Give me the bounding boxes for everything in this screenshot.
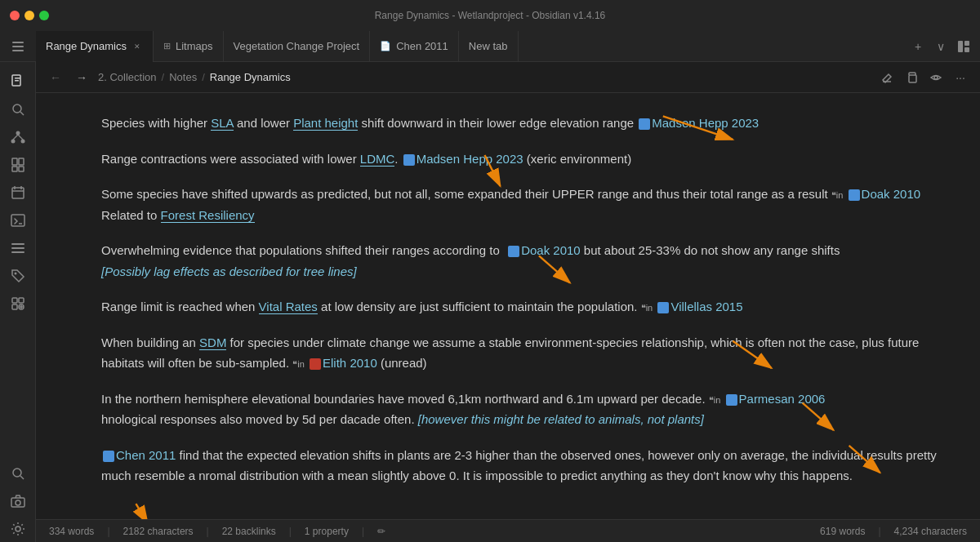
status-word-count2: 619 words bbox=[820, 526, 865, 537]
tab-vegetation-change[interactable]: Vegetation Change Project bbox=[224, 31, 371, 62]
ref-icon-madsen2 bbox=[403, 154, 415, 166]
tab-chen-2011[interactable]: 📄 Chen 2011 bbox=[370, 31, 459, 62]
sidebar-item-terminal[interactable] bbox=[5, 207, 31, 233]
paragraph-2: Range contractions were associated with … bbox=[101, 149, 947, 170]
paragraph-5: Range limit is reached when Vital Rates … bbox=[101, 296, 947, 318]
svg-rect-17 bbox=[19, 158, 24, 165]
sidebar-item-bookmarks[interactable] bbox=[5, 152, 31, 178]
svg-rect-1 bbox=[12, 46, 24, 47]
breadcrumb-item-notes[interactable]: Notes bbox=[169, 71, 197, 83]
litmaps-icon: ⊞ bbox=[163, 41, 171, 51]
breadcrumb: 2. Collection / Notes / Range Dynamics bbox=[98, 71, 871, 83]
paragraph-1: Species with higher SLA and lower Plant … bbox=[101, 113, 947, 134]
minimize-button[interactable] bbox=[24, 11, 34, 20]
tab-litmaps[interactable]: ⊞ Litmaps bbox=[154, 31, 224, 62]
ref-icon-doak1 bbox=[849, 189, 860, 201]
edit-button[interactable] bbox=[877, 68, 897, 87]
left-sidebar bbox=[0, 62, 36, 542]
status-bar: 334 words | 2182 characters | 22 backlin… bbox=[36, 519, 980, 542]
svg-rect-24 bbox=[11, 215, 24, 226]
svg-line-10 bbox=[20, 112, 24, 115]
status-backlinks[interactable]: 22 backlinks bbox=[222, 526, 276, 537]
link-chen-2011[interactable]: Chen 2011 bbox=[116, 448, 176, 462]
tab-label: Vegetation Change Project bbox=[234, 40, 360, 52]
status-property[interactable]: 1 property bbox=[305, 526, 349, 537]
svg-point-9 bbox=[13, 104, 21, 113]
sidebar-item-list[interactable] bbox=[5, 235, 31, 261]
svg-rect-30 bbox=[12, 298, 17, 303]
sidebar-item-calendar[interactable] bbox=[5, 180, 31, 206]
sidebar-item-search[interactable] bbox=[5, 96, 31, 122]
svg-point-29 bbox=[14, 273, 16, 275]
tab-label: New tab bbox=[469, 40, 508, 52]
close-button[interactable] bbox=[10, 11, 20, 20]
layout-button[interactable] bbox=[954, 37, 973, 56]
status-edit-icon[interactable]: ✏ bbox=[377, 526, 385, 537]
svg-point-36 bbox=[13, 469, 21, 477]
tab-bar: Range Dynamics ✕ ⊞ Litmaps Vegetation Ch… bbox=[0, 31, 980, 62]
main-layout: ← → 2. Collection / Notes / Range Dynami… bbox=[0, 62, 980, 542]
svg-rect-42 bbox=[909, 75, 916, 82]
tab-range-dynamics[interactable]: Range Dynamics ✕ bbox=[36, 31, 154, 62]
link-sdm[interactable]: SDM bbox=[199, 335, 226, 350]
breadcrumb-bar: ← → 2. Collection / Notes / Range Dynami… bbox=[36, 62, 980, 93]
sidebar-item-files[interactable] bbox=[5, 69, 31, 95]
sidebar-item-camera[interactable] bbox=[5, 488, 31, 514]
breadcrumb-item-collection[interactable]: 2. Collection bbox=[98, 71, 157, 83]
tab-actions: + ∨ bbox=[908, 37, 980, 56]
italic-animals: [however this might be related to animal… bbox=[418, 412, 704, 426]
note-area: Species with higher SLA and lower Plant … bbox=[36, 93, 980, 519]
svg-point-13 bbox=[20, 140, 24, 144]
forward-button[interactable]: → bbox=[72, 68, 91, 87]
sidebar-toggle-button[interactable] bbox=[0, 31, 36, 62]
more-options-button[interactable]: ··· bbox=[951, 68, 970, 87]
link-plant-height[interactable]: Plant height bbox=[293, 116, 358, 131]
link-ldmc[interactable]: LDMC bbox=[360, 152, 395, 167]
traffic-lights bbox=[10, 11, 49, 20]
sidebar-item-settings[interactable] bbox=[5, 516, 31, 542]
link-madsen-hepp-2023-1[interactable]: Madsen Hepp 2023 bbox=[652, 116, 759, 130]
link-doak-2010-1[interactable]: Doak 2010 bbox=[862, 187, 921, 201]
maximize-button[interactable] bbox=[39, 11, 49, 20]
paragraph-8: Chen 2011 find that the expected elevati… bbox=[101, 445, 947, 486]
svg-line-15 bbox=[18, 135, 23, 140]
titlebar: Range Dynamics - Wetlandproject - Obsidi… bbox=[0, 0, 980, 31]
link-forest-resiliency[interactable]: Forest Resiliency bbox=[161, 208, 255, 223]
reading-view-button[interactable] bbox=[926, 68, 946, 87]
sidebar-item-tags[interactable] bbox=[5, 263, 31, 289]
ref-icon-chen bbox=[103, 451, 114, 462]
sidebar-item-graph[interactable] bbox=[5, 124, 31, 150]
svg-rect-2 bbox=[12, 50, 24, 51]
tab-dropdown-button[interactable]: ∨ bbox=[931, 37, 951, 56]
sidebar-item-plugin[interactable] bbox=[5, 291, 31, 317]
svg-rect-16 bbox=[12, 158, 17, 165]
tab-close-button[interactable]: ✕ bbox=[131, 41, 143, 52]
link-sla[interactable]: SLA bbox=[211, 116, 234, 131]
ref-icon-madsen1 bbox=[639, 118, 650, 130]
link-elith-2010[interactable]: Elith 2010 bbox=[323, 356, 377, 370]
paragraph-7: In the northern hemisphere elevational b… bbox=[101, 389, 947, 430]
svg-rect-8 bbox=[15, 80, 19, 82]
tab-new-tab[interactable]: New tab bbox=[459, 31, 519, 62]
new-tab-button[interactable]: + bbox=[908, 37, 928, 56]
svg-line-37 bbox=[20, 476, 24, 479]
svg-rect-20 bbox=[12, 188, 24, 198]
link-doak-2010-2[interactable]: Doak 2010 bbox=[521, 243, 581, 257]
copy-button[interactable] bbox=[902, 68, 921, 87]
doc-icon: 📄 bbox=[380, 41, 391, 51]
link-villellas-2015[interactable]: Villellas 2015 bbox=[670, 300, 742, 313]
breadcrumb-item-current: Range Dynamics bbox=[210, 71, 291, 83]
link-vital-rates[interactable]: Vital Rates bbox=[259, 300, 318, 314]
paragraph-3: Some species have shifted upwards as pre… bbox=[101, 184, 947, 225]
svg-rect-19 bbox=[19, 167, 24, 171]
svg-point-40 bbox=[16, 526, 20, 531]
link-parmesan-2006[interactable]: Parmesan 2006 bbox=[739, 392, 826, 406]
sidebar-item-search2[interactable] bbox=[5, 460, 31, 486]
svg-rect-28 bbox=[11, 251, 24, 253]
ref-icon-elith bbox=[310, 358, 321, 370]
status-chars: 2182 characters bbox=[123, 526, 194, 537]
note-content: Species with higher SLA and lower Plant … bbox=[36, 93, 980, 519]
link-madsen-hepp-2023-2[interactable]: Madsen Hepp 2023 bbox=[416, 152, 523, 166]
svg-point-39 bbox=[16, 500, 20, 505]
back-button[interactable]: ← bbox=[46, 68, 65, 87]
